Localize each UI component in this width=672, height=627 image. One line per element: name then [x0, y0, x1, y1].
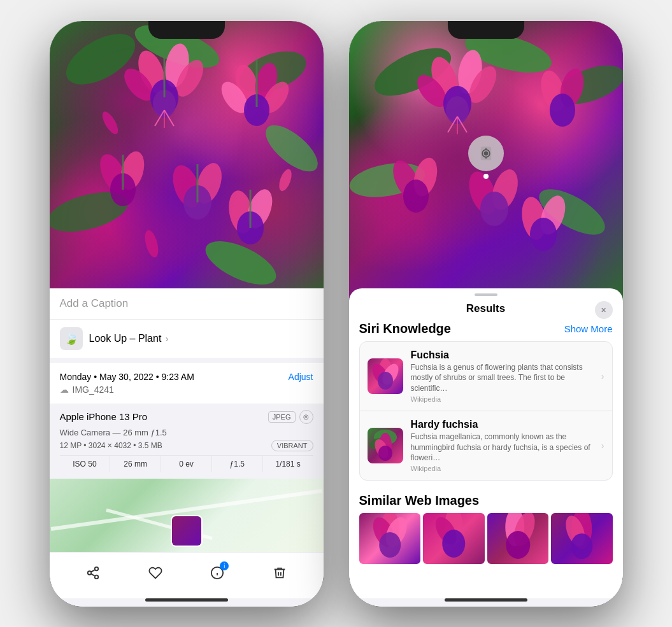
info-button[interactable]: i	[204, 560, 230, 586]
similar-img-2[interactable]	[423, 513, 485, 564]
home-indicator-1	[145, 598, 228, 602]
like-button[interactable]	[143, 560, 168, 586]
phone-1: Add a Caption 🍃 Look Up – Plant › Monday…	[50, 21, 324, 607]
phone-notch-1	[148, 21, 225, 39]
svg-point-59	[403, 180, 429, 213]
knowledge-item-fuchsia[interactable]: Fuchsia Fuchsia is a genus of flowering …	[360, 342, 612, 411]
svg-point-87	[506, 531, 530, 559]
svg-point-90	[571, 533, 592, 559]
svg-point-30	[276, 167, 294, 192]
hardy-content: Hardy fuchsia Fuchsia magellanica, commo…	[411, 419, 594, 472]
phone-notch-2	[448, 21, 524, 39]
specs-text: 12 MP • 3024 × 4032 • 3.5 MB	[60, 441, 162, 450]
caption-area[interactable]: Add a Caption	[50, 288, 324, 319]
adjust-button[interactable]: Adjust	[289, 372, 313, 382]
fuchsia-chevron: ›	[601, 371, 604, 381]
delete-button[interactable]	[267, 560, 292, 586]
similar-section: Similar Web Images	[349, 487, 623, 564]
similar-images	[359, 513, 613, 564]
specs-row: 12 MP • 3024 × 4032 • 3.5 MB VIBRANT	[60, 440, 313, 451]
panel-handle[interactable]	[475, 293, 497, 296]
exif-ev: 0 ev	[161, 456, 212, 472]
location-icon: ◎	[299, 410, 313, 424]
results-header: Results ×	[349, 299, 623, 321]
visual-dot	[483, 174, 489, 179]
svg-point-65	[480, 192, 508, 226]
map-thumbnail	[171, 515, 203, 547]
device-section: Apple iPhone 13 Pro JPEG ◎ Wide Camera —…	[50, 404, 324, 479]
phone-2: Results × Siri Knowledge Show More	[349, 21, 623, 607]
exif-aperture: ƒ1.5	[212, 456, 263, 472]
exif-shutter: 1/181 s	[263, 456, 313, 472]
caption-placeholder: Add a Caption	[60, 297, 129, 309]
hardy-thumbnail	[368, 428, 403, 463]
exif-row: ISO 50 26 mm 0 ev ƒ1.5 1/181 s	[60, 455, 313, 472]
svg-point-62	[530, 218, 557, 251]
svg-point-29	[99, 109, 121, 136]
badge-row: JPEG ◎	[268, 410, 313, 424]
filename-text: IMG_4241	[73, 384, 114, 395]
phone-2-screen: Results × Siri Knowledge Show More	[349, 21, 623, 607]
lookup-text: Look Up – Plant ›	[89, 333, 169, 344]
svg-point-72	[378, 372, 393, 390]
similar-title: Similar Web Images	[359, 493, 480, 508]
svg-point-84	[442, 530, 465, 558]
svg-point-56	[550, 94, 575, 127]
phone-1-screen: Add a Caption 🍃 Look Up – Plant › Monday…	[50, 21, 324, 607]
exif-iso: ISO 50	[60, 456, 111, 472]
leaf-icon: 🍃	[60, 327, 83, 350]
fuchsia-source: Wikipedia	[411, 395, 594, 403]
fuchsia-desc: Fuchsia is a genus of flowering plants t…	[411, 362, 594, 394]
similar-header: Similar Web Images	[359, 493, 613, 508]
siri-title: Siri Knowledge	[359, 321, 451, 336]
hardy-name: Hardy fuchsia	[411, 419, 594, 430]
svg-point-77	[378, 446, 392, 461]
fuchsia-content: Fuchsia Fuchsia is a genus of flowering …	[411, 349, 594, 403]
siri-section: Siri Knowledge Show More	[349, 321, 623, 488]
info-badge: i	[220, 561, 229, 570]
toolbar: i	[50, 552, 324, 598]
vibrant-badge: VIBRANT	[271, 440, 313, 451]
hardy-source: Wikipedia	[411, 465, 594, 472]
close-button[interactable]: ×	[595, 301, 613, 319]
hardy-chevron: ›	[601, 440, 604, 451]
date-text: Monday • May 30, 2022 • 9:23 AM	[60, 372, 194, 382]
share-button[interactable]	[80, 560, 106, 586]
map-area[interactable]	[50, 479, 324, 552]
exif-focal: 26 mm	[110, 456, 161, 472]
svg-point-81	[379, 532, 401, 558]
results-title: Results	[466, 302, 505, 315]
format-badge: JPEG	[268, 411, 296, 423]
siri-header: Siri Knowledge Show More	[359, 321, 613, 336]
fuchsia-thumbnail	[368, 358, 403, 394]
info-section: Monday • May 30, 2022 • 9:23 AM Adjust ☁…	[50, 363, 324, 404]
results-panel: Results × Siri Knowledge Show More	[349, 288, 623, 598]
svg-point-31	[142, 229, 161, 258]
similar-img-4[interactable]	[551, 513, 613, 564]
photo-area-2	[349, 21, 623, 301]
knowledge-card: Fuchsia Fuchsia is a genus of flowering …	[359, 341, 613, 481]
knowledge-item-hardy[interactable]: Hardy fuchsia Fuchsia magellanica, commo…	[360, 411, 612, 480]
flower-photo-1	[50, 21, 324, 288]
show-more-button[interactable]: Show More	[564, 323, 613, 334]
visual-search-button[interactable]	[468, 136, 504, 171]
svg-point-5	[199, 232, 282, 288]
lookup-row[interactable]: 🍃 Look Up – Plant ›	[50, 319, 324, 358]
photo-area-1	[50, 21, 324, 288]
cloud-icon: ☁	[60, 384, 69, 395]
hardy-desc: Fuchsia magellanica, commonly known as t…	[411, 432, 594, 463]
fuchsia-name: Fuchsia	[411, 349, 594, 361]
device-name: Apple iPhone 13 Pro	[60, 411, 148, 422]
similar-img-3[interactable]	[487, 513, 549, 564]
similar-img-1[interactable]	[359, 513, 421, 564]
svg-point-3	[258, 117, 323, 180]
camera-detail: Wide Camera — 26 mm ƒ1.5	[60, 428, 313, 437]
home-indicator-2	[445, 598, 527, 602]
